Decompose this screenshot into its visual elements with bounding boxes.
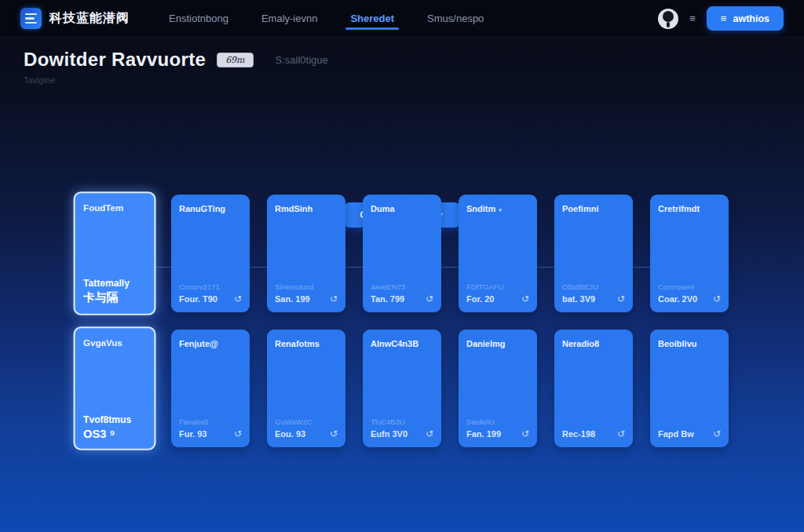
card-title: Neradio8 — [562, 339, 599, 348]
org-card[interactable]: RmdSinhSinessoundSan. 199↺ — [267, 195, 345, 312]
nav-item-1[interactable]: Enstiotnbong — [167, 1, 230, 36]
card-subtext: Sinessound — [275, 282, 338, 291]
card-subtext: StedeliU — [466, 417, 529, 426]
card-title: Poefimni — [562, 204, 598, 213]
org-card[interactable]: Fenjute@Fanaba5Fur. 93↺ — [171, 330, 250, 447]
card-subtext: TluC4B3U — [371, 417, 433, 426]
refresh-icon[interactable]: ↺ — [234, 293, 242, 304]
card-subtext: FDfTGAFU — [466, 282, 529, 291]
card-subtext — [658, 417, 721, 426]
panel-toggle-icon[interactable]: ≡ — [689, 13, 696, 24]
refresh-icon[interactable]: ↺ — [713, 428, 721, 439]
card-title: RmdSinh — [275, 204, 312, 213]
card-title: Cretrifmdt — [658, 204, 700, 213]
card-title: Fenjute@ — [179, 339, 218, 348]
title-note: S:sall0tigue — [276, 54, 328, 66]
org-card[interactable]: AlnwC4n3BTluC4B3UEufn 3V0↺ — [363, 330, 441, 447]
refresh-icon[interactable]: ↺ — [521, 293, 529, 304]
org-card[interactable]: GvgaVusTvof8tmusOS3 ⁹ — [74, 326, 156, 450]
title-badge: 69m — [217, 53, 253, 67]
user-avatar[interactable] — [658, 9, 678, 29]
card-value: Rec-198 — [562, 429, 595, 439]
top-navbar: 科技蓝能潜阀 EnstiotnbongEmaly-ievnnSheredetSm… — [0, 0, 804, 38]
org-card[interactable]: FoudTemTattemally卡与隔 — [74, 191, 156, 315]
page-title: Dowitder Ravvuorte — [24, 49, 206, 71]
card-title: AlnwC4n3B — [371, 339, 418, 348]
card-value: San. 199 — [275, 294, 310, 304]
card-row-2: GvgaVusTvof8tmusOS3 ⁹Fenjute@Fanaba5Fur.… — [75, 330, 729, 447]
refresh-icon[interactable]: ↺ — [617, 293, 625, 304]
page-header: Dowitder Ravvuorte 69m S:sall0tigue Tavi… — [0, 38, 804, 85]
card-subtext: Tattemally — [83, 279, 146, 289]
card-title: Danielmg — [466, 339, 506, 348]
refresh-icon[interactable]: ↺ — [234, 428, 242, 439]
download-cta-button[interactable]: ≡ awthios — [707, 6, 784, 31]
refresh-icon[interactable]: ↺ — [426, 428, 433, 439]
org-card[interactable]: PoefimniOBtdBEJUbat. 3V9↺ — [554, 195, 633, 312]
card-value: Fapd Bw — [658, 429, 694, 439]
org-card[interactable]: Snditm▾FDfTGAFUFor. 20↺ — [459, 195, 537, 312]
refresh-icon[interactable]: ↺ — [617, 428, 625, 439]
org-tree: Osobtonturbdy ✓ FoudTemTattemally卡与隔Ranu… — [0, 195, 804, 523]
card-title: GvgaVus — [83, 338, 122, 348]
card-subtext: OBtdBEJU — [562, 282, 625, 291]
org-card[interactable]: RanuGTingConorv2171Four. T90↺ — [171, 195, 250, 312]
refresh-icon[interactable]: ↺ — [330, 293, 338, 304]
card-value: Fan. 199 — [466, 429, 501, 439]
navbar-right: ≡ ≡ awthios — [658, 6, 784, 31]
card-row-1: FoudTemTattemally卡与隔RanuGTingConorv2171F… — [75, 195, 729, 312]
card-title: Renafotms — [275, 339, 320, 348]
card-title: Duma — [371, 204, 395, 213]
card-title: FoudTem — [83, 203, 123, 213]
org-card[interactable]: RenafotmsGuWaW2CEou. 93↺ — [267, 330, 345, 447]
org-card[interactable]: Duma4aveEN73Tan. 799↺ — [363, 195, 441, 312]
card-value: Eufn 3V0 — [371, 429, 407, 439]
org-card[interactable]: DanielmgStedeliUFan. 199↺ — [459, 330, 537, 447]
card-value: For. 20 — [466, 294, 494, 304]
card-value: Fur. 93 — [179, 429, 206, 439]
menu-icon: ≡ — [721, 13, 727, 24]
card-value: OS3 ⁹ — [83, 427, 115, 440]
card-subtext: Tvof8tmus — [83, 415, 146, 425]
card-value: Four. T90 — [179, 294, 217, 304]
card-title: RanuGTing — [179, 204, 225, 213]
card-subtext: Conorv2171 — [179, 282, 242, 291]
logo-lines-icon — [20, 8, 42, 29]
org-card[interactable]: CretrifmdtComruseniCoar. 2V0↺ — [650, 195, 729, 312]
caret-down-icon: ▾ — [499, 207, 502, 213]
card-value: Eou. 93 — [275, 429, 305, 439]
card-subtext: Comruseni — [658, 282, 721, 291]
org-card[interactable]: BeoiblivuFapd Bw↺ — [650, 330, 729, 447]
nav-item-2[interactable]: Emaly-ievnn — [260, 1, 320, 36]
refresh-icon[interactable]: ↺ — [330, 428, 338, 439]
app-logo[interactable]: 科技蓝能潜阀 — [20, 8, 130, 29]
card-subtext: Fanaba5 — [179, 417, 242, 426]
logo-text: 科技蓝能潜阀 — [49, 10, 130, 27]
main-nav: EnstiotnbongEmaly-ievnnSheredetSmus/nesp… — [167, 1, 485, 36]
card-subtext: 4aveEN73 — [371, 282, 433, 291]
refresh-icon[interactable]: ↺ — [521, 428, 529, 439]
card-value: Coar. 2V0 — [658, 294, 697, 304]
org-card[interactable]: Neradio8Rec-198↺ — [554, 330, 633, 447]
card-title: Snditm — [466, 204, 495, 213]
nav-item-3[interactable]: Sheredet — [349, 1, 396, 36]
refresh-icon[interactable]: ↺ — [713, 293, 721, 304]
card-subtext: GuWaW2C — [275, 417, 338, 426]
card-value: bat. 3V9 — [562, 294, 595, 304]
card-subtext — [562, 417, 625, 426]
card-value: Tan. 799 — [371, 294, 404, 304]
refresh-icon[interactable]: ↺ — [426, 293, 433, 304]
cta-label: awthios — [733, 13, 769, 24]
page-subtitle: Tavigine — [24, 75, 780, 85]
nav-item-4[interactable]: Smus/nespo — [426, 1, 485, 36]
card-value: 卡与隔 — [83, 290, 118, 305]
card-title: Beoiblivu — [658, 339, 697, 348]
